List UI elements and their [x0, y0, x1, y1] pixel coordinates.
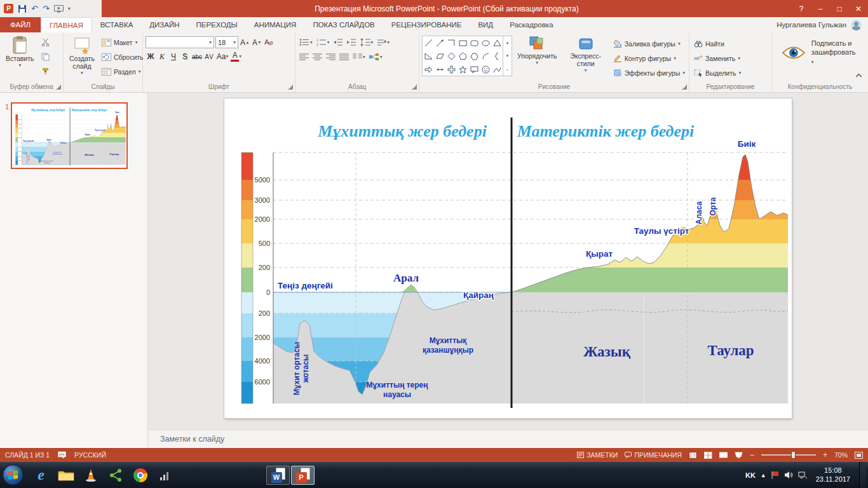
minimize-button[interactable]: – — [811, 0, 830, 17]
redo-icon[interactable]: ↷ — [43, 4, 50, 13]
zoom-in-button[interactable]: + — [823, 451, 827, 459]
bullets-button[interactable]: ▾ — [298, 36, 314, 48]
tab-view[interactable]: ВИД — [470, 17, 501, 32]
paste-button[interactable]: Вставить ▾ — [3, 34, 37, 68]
select-button[interactable]: Выделить▾ — [692, 66, 743, 79]
language-status[interactable]: РУССКИЙ — [74, 451, 106, 459]
tray-hidden-icons-button[interactable]: ▲ — [761, 472, 766, 478]
shape-cell-parallelogram[interactable] — [434, 50, 445, 63]
shape-cell-smiley[interactable] — [480, 63, 491, 76]
shape-cell-rounded-rect[interactable] — [468, 36, 480, 50]
section-button[interactable]: Раздел▾ — [100, 65, 146, 78]
bold-button[interactable]: Ж — [146, 51, 156, 62]
shapes-gallery-scroll[interactable]: ▴ ▾ ⌄ — [503, 36, 512, 76]
replace-button[interactable]: abЗаменить▾ — [692, 51, 743, 65]
sign-encrypt-button[interactable]: Подписать изашифровать ▾ — [775, 34, 866, 71]
columns-button[interactable]: ▾ — [351, 51, 367, 63]
powerpoint-app-icon[interactable]: P — [4, 4, 13, 13]
tab-animations[interactable]: АНИМАЦИЯ — [246, 17, 305, 32]
taskbar-chrome-icon[interactable] — [128, 466, 152, 485]
shape-cell-block-arrow[interactable] — [423, 63, 434, 76]
numbering-button[interactable]: 12▾ — [315, 36, 331, 48]
shape-cell-arrow[interactable] — [434, 36, 445, 50]
align-center-button[interactable] — [311, 51, 323, 63]
zoom-level[interactable]: 70% — [834, 451, 848, 459]
tray-flag-icon[interactable] — [771, 471, 779, 479]
save-icon[interactable] — [18, 4, 27, 13]
increase-indent-button[interactable] — [346, 36, 358, 48]
shape-cell-hexagon[interactable] — [468, 50, 480, 63]
shape-cell-callout[interactable] — [468, 63, 480, 76]
taskbar-vlc-icon[interactable] — [79, 466, 102, 485]
slide-editor-area[interactable] — [148, 93, 868, 430]
show-desktop-button[interactable] — [859, 462, 865, 488]
shape-cell-star[interactable] — [457, 63, 468, 76]
align-left-button[interactable] — [298, 51, 310, 63]
shape-cell-brace[interactable] — [491, 50, 503, 63]
tab-home[interactable]: ГЛАВНАЯ — [41, 17, 92, 32]
comments-toggle[interactable]: ПРИМЕЧАНИЯ — [625, 451, 682, 459]
find-button[interactable]: Найти — [692, 37, 743, 50]
character-spacing-button[interactable]: AV — [204, 51, 215, 62]
start-button[interactable] — [3, 464, 24, 485]
shapes-scroll-up[interactable]: ▴ — [503, 36, 512, 50]
shapes-scroll-down[interactable]: ▾ — [503, 50, 512, 63]
maximize-button[interactable]: □ — [830, 0, 849, 17]
tab-storyboarding[interactable]: Раскадровка — [501, 17, 561, 32]
view-sorter-button[interactable] — [704, 452, 712, 459]
font-color-button[interactable]: А▾ — [230, 51, 242, 62]
zoom-slider-thumb[interactable] — [791, 451, 796, 459]
taskbar-explorer-icon[interactable] — [54, 466, 78, 485]
shape-cell-right-triangle[interactable] — [423, 50, 434, 63]
close-button[interactable]: ✕ — [849, 0, 868, 17]
text-shadow-button[interactable]: S — [180, 51, 190, 62]
tab-insert[interactable]: ВСТАВКА — [92, 17, 142, 32]
zoom-slider[interactable] — [761, 454, 816, 456]
align-right-button[interactable] — [325, 51, 337, 63]
tray-volume-icon[interactable] — [784, 471, 793, 479]
shape-cell-plus[interactable] — [445, 63, 457, 76]
zoom-out-button[interactable]: − — [750, 451, 754, 459]
paragraph-dialog-launcher[interactable] — [412, 85, 417, 90]
copy-button[interactable] — [39, 50, 51, 64]
shapes-more[interactable]: ⌄ — [503, 62, 512, 76]
shape-outline-button[interactable]: Контур фигуры▾ — [611, 51, 687, 65]
text-direction-button[interactable]: ▾ — [376, 36, 391, 48]
cut-button[interactable] — [39, 36, 51, 49]
collapse-ribbon-button[interactable] — [854, 71, 863, 78]
shape-cell-curve[interactable] — [491, 63, 503, 76]
notes-pane[interactable]: Заметки к слайду — [148, 430, 868, 448]
tab-slideshow[interactable]: ПОКАЗ СЛАЙДОВ — [304, 17, 383, 32]
account-area[interactable]: Нургалиева Гульжан — [770, 17, 868, 32]
help-button[interactable]: ? — [792, 0, 811, 17]
slide-counter[interactable]: СЛАЙД 1 ИЗ 1 — [5, 451, 50, 459]
clipboard-dialog-launcher[interactable] — [56, 85, 61, 90]
tab-review[interactable]: РЕЦЕНЗИРОВАНИЕ — [383, 17, 470, 32]
undo-icon[interactable]: ↶ — [31, 4, 38, 13]
justify-button[interactable] — [338, 51, 350, 63]
view-slideshow-button[interactable] — [735, 452, 743, 459]
italic-button[interactable]: К — [157, 51, 167, 62]
drawing-dialog-launcher[interactable] — [682, 85, 687, 90]
fit-slide-button[interactable] — [855, 452, 863, 459]
shape-cell-diamond[interactable] — [445, 50, 457, 63]
strikethrough-button[interactable]: abc — [191, 51, 203, 62]
layout-button[interactable]: Макет▾ — [100, 36, 146, 49]
underline-button[interactable]: Ч — [168, 51, 179, 62]
tab-file[interactable]: ФАЙЛ — [0, 17, 41, 32]
line-spacing-button[interactable]: ▾ — [359, 36, 375, 48]
shape-cell-triangle[interactable] — [491, 36, 503, 50]
tray-language-indicator[interactable]: KK — [745, 471, 756, 479]
slide-thumbnail[interactable] — [11, 102, 128, 169]
taskbar-word-button[interactable]: W — [266, 466, 290, 485]
view-normal-button[interactable] — [689, 452, 697, 459]
tray-network-icon[interactable] — [798, 471, 807, 479]
taskbar-powerpoint-button[interactable]: P — [291, 466, 315, 485]
reset-button[interactable]: Сбросить — [100, 50, 146, 64]
taskbar-share-app-icon[interactable] — [104, 466, 127, 485]
tab-design[interactable]: ДИЗАЙН — [141, 17, 187, 32]
taskbar-network-app-icon[interactable] — [153, 466, 177, 485]
slide-canvas[interactable] — [224, 98, 792, 418]
shrink-font-button[interactable]: А▼ — [252, 37, 262, 48]
taskbar-ie-icon[interactable]: e — [29, 466, 53, 485]
